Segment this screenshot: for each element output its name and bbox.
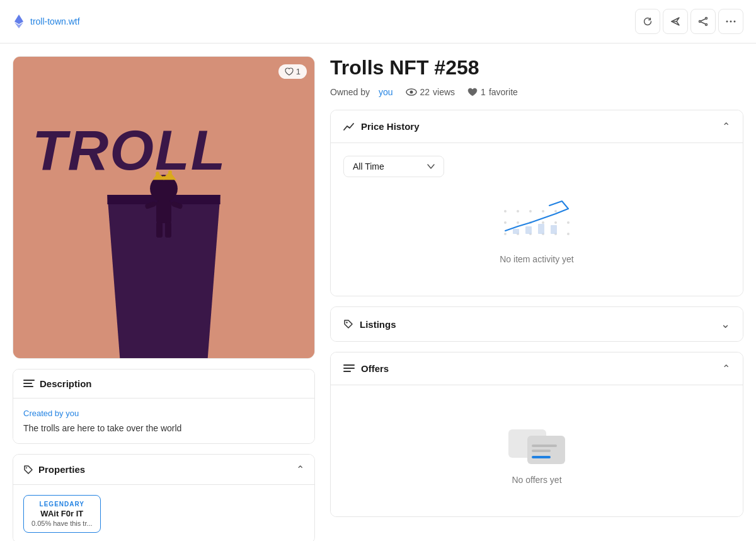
properties-body: LEGENDARY WAit F0r IT 0.05% have this tr… — [13, 485, 314, 541]
offers-label: Offers — [361, 363, 389, 374]
property-rarity: 0.05% have this tr... — [32, 520, 93, 527]
offers-card: Offers No offers yet — [330, 352, 743, 517]
svg-rect-46 — [538, 224, 544, 234]
top-bar-right — [635, 9, 743, 34]
svg-rect-23 — [23, 386, 33, 387]
collection-link[interactable]: troll-town.wtf — [30, 16, 80, 26]
svg-point-32 — [567, 233, 570, 235]
listings-header[interactable]: Listings — [331, 307, 743, 341]
dropdown-chevron — [427, 164, 435, 169]
price-history-chevron — [722, 120, 730, 132]
property-item: LEGENDARY WAit F0r IT 0.05% have this tr… — [23, 495, 101, 533]
chart-icon — [343, 121, 355, 132]
created-by: Created by you — [23, 409, 304, 418]
svg-rect-44 — [513, 229, 519, 234]
description-card: Description Created by you The trolls ar… — [13, 369, 315, 444]
svg-point-1 — [706, 24, 707, 26]
right-column: Trolls NFT #258 Owned by you 22 views 1 — [330, 56, 743, 541]
svg-point-36 — [542, 221, 544, 224]
offers-empty: No offers yet — [343, 398, 730, 504]
svg-point-27 — [504, 233, 507, 235]
svg-rect-21 — [23, 380, 35, 381]
description-label: Description — [40, 378, 92, 389]
share-button[interactable] — [690, 9, 716, 34]
empty-chart-icon — [499, 196, 575, 247]
top-bar: troll-town.wtf — [0, 0, 756, 44]
svg-rect-20 — [13, 57, 314, 358]
svg-point-43 — [554, 210, 557, 212]
description-header-left: Description — [23, 378, 92, 389]
like-badge: 1 — [278, 64, 307, 79]
offers-header-left: Offers — [343, 363, 389, 374]
svg-point-48 — [346, 322, 347, 323]
offers-header[interactable]: Offers — [331, 352, 743, 385]
svg-point-37 — [554, 221, 557, 224]
svg-point-40 — [517, 210, 519, 212]
property-type: LEGENDARY — [32, 501, 93, 508]
views-meta: 22 views — [406, 87, 455, 97]
tag-icon — [23, 465, 33, 475]
price-history-body: All Time — [331, 143, 743, 296]
properties-header[interactable]: Properties — [13, 455, 314, 485]
properties-label: Properties — [38, 464, 85, 475]
listings-header-left: Listings — [343, 319, 396, 330]
nft-title: Trolls NFT #258 — [330, 56, 743, 79]
creator-link[interactable]: you — [66, 409, 79, 418]
properties-header-left: Properties — [23, 464, 85, 475]
description-header[interactable]: Description — [13, 369, 314, 398]
ethereum-icon — [13, 15, 25, 28]
svg-point-39 — [504, 210, 507, 212]
svg-point-0 — [706, 18, 707, 20]
price-history-card: Price History All Time — [330, 110, 743, 296]
svg-rect-50 — [343, 368, 355, 369]
refresh-button[interactable] — [635, 9, 660, 34]
property-value: WAit F0r IT — [32, 509, 93, 518]
time-filter-value: All Time — [353, 161, 384, 172]
favorites-count: 1 — [481, 87, 486, 97]
description-text: The trolls are here to take over the wor… — [23, 423, 304, 433]
svg-point-42 — [542, 210, 544, 212]
svg-point-26 — [410, 91, 413, 94]
favorites-icon — [467, 88, 478, 97]
listings-card: Listings — [330, 306, 743, 342]
listings-chevron — [721, 317, 730, 331]
svg-point-34 — [517, 221, 519, 224]
svg-rect-56 — [532, 456, 551, 458]
views-icon — [406, 88, 417, 96]
svg-rect-51 — [343, 371, 351, 372]
favorites-label: favorite — [489, 87, 518, 97]
svg-point-38 — [567, 221, 570, 224]
views-label: views — [433, 87, 455, 97]
price-history-label: Price History — [361, 121, 420, 132]
svg-rect-47 — [551, 225, 557, 234]
svg-rect-54 — [532, 445, 557, 447]
svg-rect-22 — [23, 383, 32, 384]
more-button[interactable] — [718, 9, 743, 34]
svg-point-5 — [734, 21, 736, 23]
svg-rect-55 — [532, 450, 551, 452]
nft-image-container: TROLL — [13, 56, 315, 359]
description-icon — [23, 380, 35, 388]
price-history-empty-text: No item activity yet — [500, 254, 573, 264]
price-history-header[interactable]: Price History — [331, 110, 743, 143]
offers-chevron — [722, 363, 730, 375]
send-button[interactable] — [663, 9, 688, 34]
svg-point-41 — [529, 210, 532, 212]
nft-image: TROLL — [13, 57, 314, 358]
left-column: TROLL — [13, 56, 315, 541]
time-filter-select[interactable]: All Time — [343, 156, 444, 177]
like-count: 1 — [296, 67, 301, 76]
svg-point-3 — [726, 21, 728, 23]
listings-label: Listings — [360, 319, 396, 330]
svg-rect-45 — [525, 226, 532, 234]
empty-offers-icon — [499, 417, 575, 467]
top-bar-left: troll-town.wtf — [13, 15, 80, 28]
owned-by: Owned by you — [330, 87, 393, 97]
nft-meta: Owned by you 22 views 1 favorite — [330, 87, 743, 97]
description-body: Created by you The trolls are here to ta… — [13, 398, 314, 443]
properties-card: Properties LEGENDARY WAit F0r IT 0.05% h… — [13, 454, 315, 541]
svg-point-24 — [26, 467, 27, 468]
price-history-header-left: Price History — [343, 121, 420, 132]
offers-body: No offers yet — [331, 385, 743, 516]
owner-link[interactable]: you — [379, 87, 393, 97]
